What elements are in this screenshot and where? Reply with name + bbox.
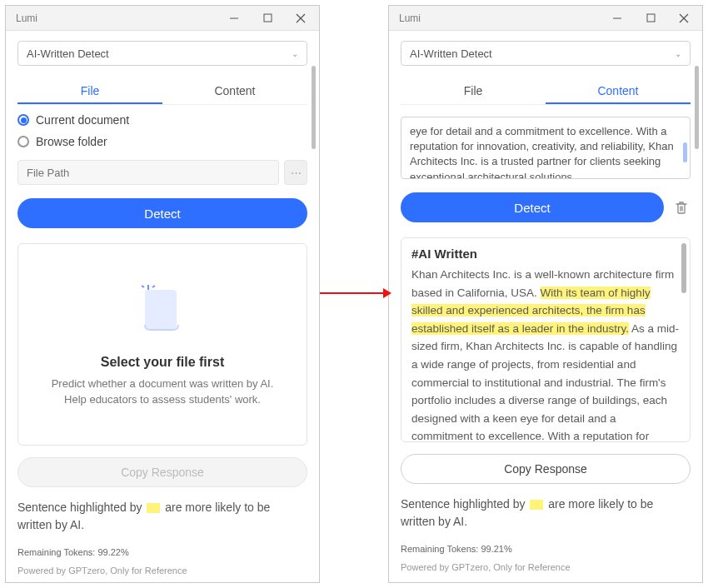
copy-response-button-disabled: Copy Response xyxy=(17,457,307,487)
browse-button[interactable]: ⋯ xyxy=(284,160,307,185)
result-heading: #AI Written xyxy=(411,247,680,261)
tabs: File Content xyxy=(401,77,691,105)
window-right: Lumi AI-Written Detect ⌄ File Content xyxy=(388,5,703,583)
content-textarea[interactable]: eye for detail and a commitment to excel… xyxy=(401,117,691,179)
mode-select-label: AI-Written Detect xyxy=(27,47,109,60)
legend-a: Sentence highlighted by xyxy=(17,501,145,514)
delete-button[interactable] xyxy=(672,198,691,217)
placeholder-heading: Select your file first xyxy=(101,355,225,370)
radio-current-label: Current document xyxy=(36,113,129,127)
maximize-button[interactable] xyxy=(634,6,667,31)
powered-by: Powered by GPTzero, Only for Reference xyxy=(401,562,691,572)
chevron-down-icon: ⌄ xyxy=(292,49,298,58)
radio-icon-checked xyxy=(17,114,29,126)
remaining-tokens: Remaining Tokens: 99.22% xyxy=(17,547,307,557)
svg-line-6 xyxy=(152,286,155,287)
file-illustration-icon xyxy=(133,282,192,340)
svg-rect-10 xyxy=(647,14,655,22)
maximize-button[interactable] xyxy=(251,6,284,31)
copy-response-button[interactable]: Copy Response xyxy=(401,454,691,484)
result-card: #AI Written Khan Architects Inc. is a we… xyxy=(401,237,691,442)
tab-content[interactable]: Content xyxy=(162,77,307,104)
tabs: File Content xyxy=(17,77,307,105)
svg-line-5 xyxy=(142,286,144,287)
tab-file[interactable]: File xyxy=(401,77,546,104)
minimize-button[interactable] xyxy=(601,6,634,31)
close-button[interactable] xyxy=(667,6,701,31)
minimize-button[interactable] xyxy=(217,6,251,31)
tab-content-label: Content xyxy=(214,84,255,97)
detect-button[interactable]: Detect xyxy=(401,192,664,222)
mode-select[interactable]: AI-Written Detect ⌄ xyxy=(401,41,691,66)
powered-by: Powered by GPTzero, Only for Reference xyxy=(17,566,307,576)
scrollbar[interactable] xyxy=(312,66,316,576)
tab-file-label: File xyxy=(464,84,483,97)
svg-rect-1 xyxy=(264,14,272,22)
filepath-input[interactable] xyxy=(17,160,279,185)
tab-file[interactable]: File xyxy=(17,77,162,104)
chevron-down-icon: ⌄ xyxy=(675,49,681,58)
placeholder-card: Select your file first Predict whether a… xyxy=(17,243,307,446)
content-preview-text: eye for detail and a commitment to excel… xyxy=(410,125,674,179)
tab-content[interactable]: Content xyxy=(546,77,691,104)
detect-button[interactable]: Detect xyxy=(17,198,307,228)
legend-text: Sentence highlighted by are more likely … xyxy=(17,499,307,534)
result-body: Khan Architects Inc. is a well-known arc… xyxy=(411,266,680,442)
radio-browse-label: Browse folder xyxy=(36,135,107,148)
window-left: Lumi AI-Written Detect ⌄ File Content xyxy=(5,5,320,583)
tab-file-label: File xyxy=(81,84,100,97)
trash-icon xyxy=(674,200,689,215)
titlebar: Lumi xyxy=(389,6,702,31)
legend-text: Sentence highlighted by are more likely … xyxy=(401,496,691,531)
highlight-swatch-icon xyxy=(147,503,160,513)
mode-select[interactable]: AI-Written Detect ⌄ xyxy=(17,41,307,66)
radio-browse-folder[interactable]: Browse folder xyxy=(17,135,307,148)
app-title: Lumi xyxy=(16,12,217,24)
legend-a: Sentence highlighted by xyxy=(401,497,528,511)
titlebar: Lumi xyxy=(6,6,319,31)
placeholder-body: Predict whether a document was written b… xyxy=(43,376,282,406)
close-button[interactable] xyxy=(284,6,317,31)
tab-content-label: Content xyxy=(597,84,638,97)
app-title: Lumi xyxy=(399,12,601,24)
remaining-tokens: Remaining Tokens: 99.21% xyxy=(401,544,691,554)
radio-icon-unchecked xyxy=(17,136,29,147)
scrollbar[interactable] xyxy=(695,66,699,576)
textarea-scrollbar[interactable] xyxy=(683,142,687,162)
highlight-swatch-icon xyxy=(530,500,543,510)
mode-select-label: AI-Written Detect xyxy=(410,47,492,60)
radio-current-document[interactable]: Current document xyxy=(17,113,307,127)
result-scrollbar[interactable] xyxy=(681,243,686,293)
result-post: As a mid-sized firm, Khan Architects Inc… xyxy=(411,322,679,442)
